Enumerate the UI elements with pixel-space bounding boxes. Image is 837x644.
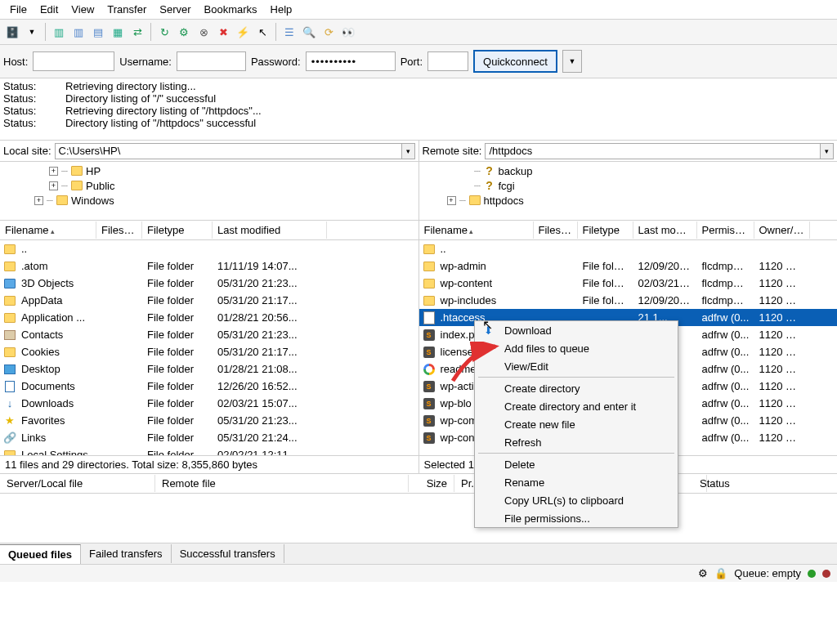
context-menu-item[interactable]: Delete bbox=[475, 455, 678, 473]
disconnect-icon[interactable]: ✖ bbox=[214, 23, 232, 41]
tab-success[interactable]: Successful transfers bbox=[172, 544, 284, 563]
queue-col-remote[interactable]: Remote file bbox=[155, 475, 409, 492]
file-row[interactable]: 3D Objects File folder 05/31/20 21:23... bbox=[0, 275, 418, 292]
tree-node[interactable]: ┈?fcgi bbox=[423, 178, 835, 193]
queue-col-size[interactable]: Size bbox=[409, 475, 454, 492]
password-input[interactable] bbox=[306, 51, 396, 71]
context-menu-item[interactable]: File permissions... bbox=[475, 509, 678, 527]
menu-bookmarks[interactable]: Bookmarks bbox=[198, 2, 264, 17]
file-row[interactable]: Contacts File folder 05/31/20 21:23... bbox=[0, 326, 418, 343]
local-pane: Local site: ▾ +┈HP+┈Public+┈Windows File… bbox=[0, 141, 419, 473]
file-row[interactable]: ★ Favorites File folder 05/31/20 21:23..… bbox=[0, 412, 418, 429]
pointer-icon[interactable]: ↖ bbox=[253, 23, 271, 41]
context-menu-item[interactable]: Copy URL(s) to clipboard bbox=[475, 491, 678, 509]
context-menu-item[interactable]: +Add files to queue bbox=[475, 339, 678, 357]
local-col-modified[interactable]: Last modified bbox=[213, 221, 327, 239]
reconnect-icon[interactable]: ⚡ bbox=[234, 23, 252, 41]
username-input[interactable] bbox=[177, 51, 246, 71]
queue-area: Server/Local file Remote file Size Pr...… bbox=[0, 474, 837, 564]
tab-queued[interactable]: Queued files bbox=[0, 544, 81, 564]
cursor-icon: ↖ bbox=[482, 317, 493, 333]
sync-icon[interactable]: ⇄ bbox=[128, 23, 146, 41]
menu-help[interactable]: Help bbox=[264, 2, 299, 17]
file-row[interactable]: ↓ Downloads File folder 02/03/21 15:07..… bbox=[0, 395, 418, 412]
file-row[interactable]: wp-includes File folder 12/09/20 1... fl… bbox=[419, 292, 838, 309]
context-menu-item[interactable]: ⬇Download bbox=[475, 321, 678, 339]
layout4-icon[interactable]: ▦ bbox=[109, 23, 127, 41]
local-col-filetype[interactable]: Filetype bbox=[142, 221, 213, 239]
file-row[interactable]: AppData File folder 05/31/20 21:17... bbox=[0, 292, 418, 309]
layout3-icon[interactable]: ▤ bbox=[89, 23, 107, 41]
tab-failed[interactable]: Failed transfers bbox=[81, 544, 172, 563]
queue-col-server[interactable]: Server/Local file bbox=[0, 475, 155, 492]
context-menu-item[interactable]: Create directory and enter it bbox=[475, 397, 678, 415]
file-row[interactable]: .atom File folder 11/11/19 14:07... bbox=[0, 257, 418, 275]
layout2-icon[interactable]: ▥ bbox=[69, 23, 87, 41]
host-input[interactable] bbox=[33, 51, 114, 71]
menu-view[interactable]: View bbox=[65, 2, 101, 17]
menu-file[interactable]: File bbox=[3, 2, 34, 17]
quickconnect-button[interactable]: Quickconnect bbox=[473, 50, 557, 73]
file-row[interactable]: .. bbox=[0, 240, 418, 257]
local-tree[interactable]: +┈HP+┈Public+┈Windows bbox=[0, 162, 418, 221]
queue-tabs: Queued files Failed transfers Successful… bbox=[0, 543, 837, 564]
local-site-input[interactable] bbox=[55, 143, 402, 159]
menu-transfer[interactable]: Transfer bbox=[101, 2, 153, 17]
remote-col-permissions[interactable]: Permissi... bbox=[697, 221, 754, 239]
file-row[interactable]: .. bbox=[419, 240, 838, 257]
local-site-dropdown[interactable]: ▾ bbox=[402, 143, 415, 159]
tree-node[interactable]: ┈?backup bbox=[423, 163, 835, 178]
tree-node[interactable]: +┈Public bbox=[3, 178, 415, 193]
menu-edit[interactable]: Edit bbox=[34, 2, 65, 17]
sitemanager-icon[interactable]: 🗄️ bbox=[3, 23, 21, 41]
tree-node[interactable]: +┈httpdocs bbox=[423, 193, 835, 208]
file-row[interactable]: Documents File folder 12/26/20 16:52... bbox=[0, 378, 418, 395]
remote-col-owner[interactable]: Owner/G... bbox=[754, 221, 810, 239]
compare-icon[interactable]: ⟳ bbox=[320, 23, 338, 41]
remote-col-filesize[interactable]: Filesize bbox=[534, 221, 578, 239]
lock-icon: 🔒 bbox=[714, 567, 727, 579]
context-menu-item[interactable]: View/Edit bbox=[475, 357, 678, 375]
remote-col-filename[interactable]: Filename bbox=[419, 221, 534, 239]
search-icon[interactable]: 🔍 bbox=[300, 23, 318, 41]
remote-site-input[interactable] bbox=[485, 143, 821, 159]
file-row[interactable]: Cookies File folder 05/31/20 21:17... bbox=[0, 343, 418, 360]
file-row[interactable]: Local Settings File folder 02/02/21 12:1… bbox=[0, 446, 418, 455]
queue-status: Queue: empty bbox=[734, 567, 801, 579]
gear-icon[interactable]: ⚙ bbox=[698, 567, 708, 579]
file-row[interactable]: Application ... File folder 01/28/21 20:… bbox=[0, 309, 418, 326]
context-menu-item[interactable]: Refresh bbox=[475, 433, 678, 451]
file-row[interactable]: 🔗 Links File folder 05/31/20 21:24... bbox=[0, 429, 418, 446]
local-file-list[interactable]: .. .atom File folder 11/11/19 14:07... 3… bbox=[0, 240, 418, 455]
process-icon[interactable]: ⚙ bbox=[175, 23, 193, 41]
remote-site-dropdown[interactable]: ▾ bbox=[821, 143, 834, 159]
remote-col-filetype[interactable]: Filetype bbox=[578, 221, 633, 239]
local-site-label: Local site: bbox=[3, 145, 51, 157]
find-icon[interactable]: 👀 bbox=[339, 23, 357, 41]
menu-server[interactable]: Server bbox=[153, 2, 197, 17]
remote-tree[interactable]: ┈?backup┈?fcgi+┈httpdocs bbox=[419, 162, 838, 221]
context-menu-item[interactable]: Create directory bbox=[475, 379, 678, 397]
dropdown-icon[interactable]: ▼ bbox=[23, 23, 41, 41]
queue-body[interactable] bbox=[0, 494, 837, 543]
filter-icon[interactable]: ☰ bbox=[280, 23, 298, 41]
file-row[interactable]: wp-content File folder 02/03/21 1... flc… bbox=[419, 275, 838, 292]
remote-col-modified[interactable]: Last modifi... bbox=[633, 221, 697, 239]
password-label: Password: bbox=[251, 56, 301, 68]
status-log[interactable]: Status:Retrieving directory listing...St… bbox=[0, 78, 837, 141]
quickconnect-dropdown[interactable]: ▼ bbox=[562, 50, 582, 73]
refresh-icon[interactable]: ↻ bbox=[155, 23, 173, 41]
local-col-filesize[interactable]: Filesize bbox=[96, 221, 142, 239]
context-menu-item[interactable]: Rename bbox=[475, 473, 678, 491]
status-dot-green bbox=[808, 570, 816, 578]
username-label: Username: bbox=[119, 56, 172, 68]
file-row[interactable]: Desktop File folder 01/28/21 21:08... bbox=[0, 360, 418, 378]
cancel-icon[interactable]: ⊗ bbox=[195, 23, 213, 41]
port-input[interactable] bbox=[427, 51, 468, 71]
file-row[interactable]: wp-admin File folder 12/09/20 1... flcdm… bbox=[419, 257, 838, 275]
tree-node[interactable]: +┈HP bbox=[3, 163, 415, 178]
local-col-filename[interactable]: Filename bbox=[0, 221, 96, 239]
context-menu-item[interactable]: Create new file bbox=[475, 415, 678, 433]
tree-node[interactable]: +┈Windows bbox=[3, 193, 415, 208]
layout1-icon[interactable]: ▥ bbox=[50, 23, 68, 41]
